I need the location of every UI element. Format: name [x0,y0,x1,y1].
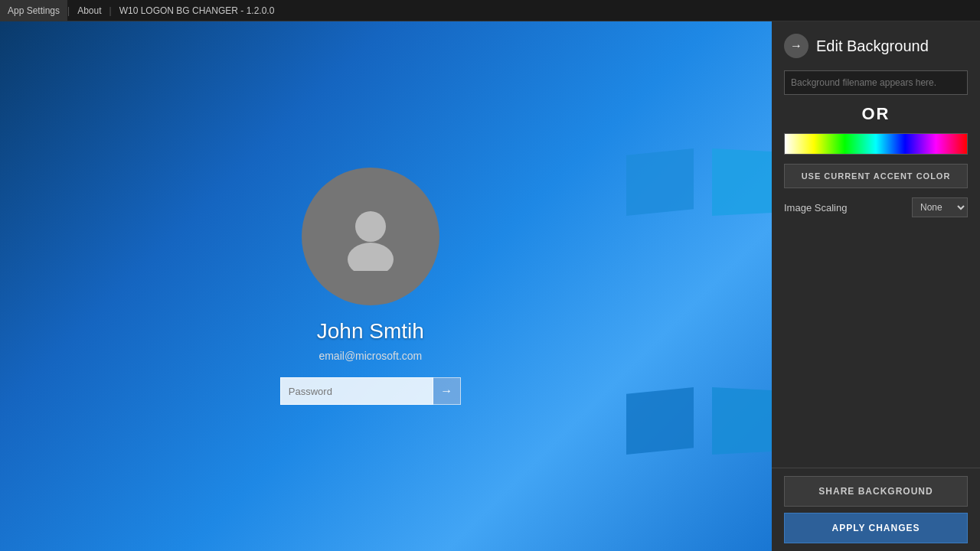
svg-point-0 [355,211,386,242]
panel-title-text: Edit Background [816,37,929,55]
image-scaling-row: Image Scaling None Fill Fit Stretch Tile… [784,197,968,217]
app-settings-label: App Settings [8,5,60,16]
login-preview-area: John Smtih email@microsoft.com → [0,21,772,551]
logo-top-left [626,148,694,216]
logo-bottom-left [626,387,694,455]
panel-body: → Edit Background OR USE CURRENT ACCENT … [772,21,980,468]
logo-bottom-right [712,387,772,455]
app-settings-menu[interactable]: App Settings [0,0,67,21]
share-background-button[interactable]: SHARE BACKGROUND [784,476,968,507]
panel-title-row: → Edit Background [784,34,968,58]
user-email-display: email@microsoft.com [318,350,422,362]
titlebar: App Settings | About | W10 LOGON BG CHAN… [0,0,980,21]
right-panel: 🔒 Lock Windows ✏ Edit Background → Edit … [772,0,980,551]
panel-title-icon: → [784,34,808,58]
user-name-display: John Smtih [317,319,424,344]
use-accent-color-button[interactable]: USE CURRENT ACCENT COLOR [784,164,968,188]
or-divider: OR [784,104,968,124]
bg-filename-input[interactable] [784,70,968,95]
image-scaling-label: Image Scaling [784,202,847,214]
svg-point-1 [348,243,394,271]
app-title: W10 LOGON BG CHANGER - 1.2.0.0 [112,5,283,16]
avatar [302,168,439,305]
user-icon [336,202,405,271]
windows-logo-decoration [626,148,772,455]
apply-changes-button[interactable]: APPLY CHANGES [784,513,968,543]
color-picker-bar[interactable] [784,133,968,155]
image-scaling-select[interactable]: None Fill Fit Stretch Tile Center [912,197,968,217]
logo-top-right [712,148,772,216]
password-input[interactable] [280,377,433,405]
password-submit-button[interactable]: → [433,377,461,405]
about-menu[interactable]: About [70,0,109,21]
login-content: John Smtih email@microsoft.com → [280,168,461,405]
about-label: About [77,5,101,16]
panel-footer: SHARE BACKGROUND APPLY CHANGES [772,468,980,551]
password-row: → [280,377,461,405]
